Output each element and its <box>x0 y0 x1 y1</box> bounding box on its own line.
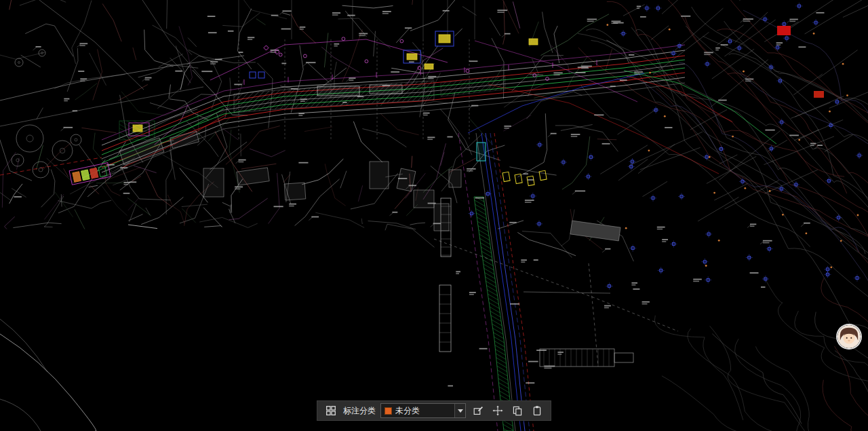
move-icon <box>492 405 503 416</box>
clipboard-icon <box>532 405 542 416</box>
copy-button[interactable] <box>510 403 525 418</box>
category-label: 标注分类 <box>343 405 376 417</box>
category-dropdown-value: 未分类 <box>395 405 454 417</box>
avatar-illustration <box>837 325 861 348</box>
edit-icon <box>473 405 484 416</box>
paste-button[interactable] <box>530 403 545 418</box>
grid-icon <box>326 405 336 416</box>
drawing-viewport: 标注分类 未分类 <box>0 0 868 431</box>
edit-button[interactable] <box>471 403 486 418</box>
move-button[interactable] <box>490 403 505 418</box>
category-color-swatch <box>384 407 392 415</box>
annotation-toolbar: 标注分类 未分类 <box>317 400 551 421</box>
category-dropdown[interactable]: 未分类 <box>380 403 466 418</box>
user-avatar[interactable] <box>837 325 861 348</box>
category-grid-button[interactable] <box>323 403 338 418</box>
cad-canvas[interactable] <box>0 0 868 431</box>
chevron-down-icon <box>454 404 465 417</box>
copy-icon <box>512 405 523 416</box>
